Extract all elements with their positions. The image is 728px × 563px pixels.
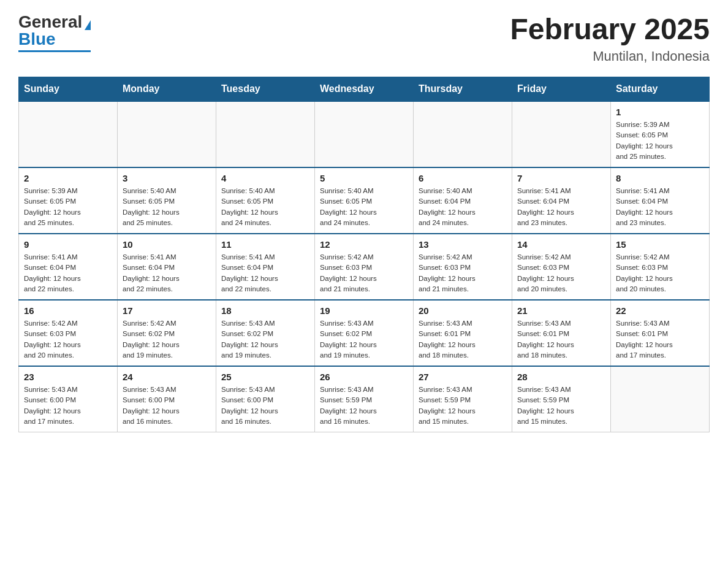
day-number: 2 [24, 173, 112, 183]
calendar-cell [315, 101, 414, 167]
day-info: Sunrise: 5:40 AM Sunset: 6:04 PM Dayligh… [419, 186, 507, 228]
calendar-cell: 13Sunrise: 5:42 AM Sunset: 6:03 PM Dayli… [414, 234, 512, 300]
calendar-cell: 12Sunrise: 5:42 AM Sunset: 6:03 PM Dayli… [315, 234, 414, 300]
calendar-cell [118, 101, 216, 167]
day-number: 23 [24, 372, 112, 382]
day-number: 21 [517, 305, 605, 316]
day-info: Sunrise: 5:42 AM Sunset: 6:02 PM Dayligh… [123, 318, 211, 361]
day-number: 3 [123, 173, 211, 183]
weekday-header-thursday: Thursday [414, 77, 512, 102]
day-info: Sunrise: 5:41 AM Sunset: 6:04 PM Dayligh… [123, 252, 211, 294]
day-number: 27 [419, 372, 507, 382]
day-number: 28 [517, 372, 605, 382]
calendar-cell: 22Sunrise: 5:43 AM Sunset: 6:01 PM Dayli… [611, 300, 710, 366]
weekday-header-friday: Friday [512, 77, 611, 102]
calendar-cell: 23Sunrise: 5:43 AM Sunset: 6:00 PM Dayli… [19, 366, 118, 432]
day-info: Sunrise: 5:43 AM Sunset: 6:01 PM Dayligh… [517, 318, 605, 361]
day-number: 16 [24, 305, 112, 316]
day-number: 13 [419, 239, 507, 250]
logo-underline [18, 50, 91, 52]
day-info: Sunrise: 5:43 AM Sunset: 5:59 PM Dayligh… [419, 385, 507, 427]
day-number: 12 [320, 239, 408, 250]
day-info: Sunrise: 5:41 AM Sunset: 6:04 PM Dayligh… [517, 186, 605, 228]
week-row-3: 9Sunrise: 5:41 AM Sunset: 6:04 PM Daylig… [19, 234, 710, 300]
day-number: 18 [221, 305, 309, 316]
day-number: 1 [616, 107, 704, 117]
calendar-cell: 1Sunrise: 5:39 AM Sunset: 6:05 PM Daylig… [611, 101, 710, 167]
day-info: Sunrise: 5:40 AM Sunset: 6:05 PM Dayligh… [123, 186, 211, 228]
day-number: 11 [221, 239, 309, 250]
day-info: Sunrise: 5:42 AM Sunset: 6:03 PM Dayligh… [419, 252, 507, 294]
day-number: 9 [24, 239, 112, 250]
day-info: Sunrise: 5:43 AM Sunset: 5:59 PM Dayligh… [517, 385, 605, 427]
week-row-2: 2Sunrise: 5:39 AM Sunset: 6:05 PM Daylig… [19, 167, 710, 234]
day-number: 6 [419, 173, 507, 183]
day-number: 22 [616, 305, 704, 316]
calendar-cell: 5Sunrise: 5:40 AM Sunset: 6:05 PM Daylig… [315, 167, 414, 234]
calendar-cell [19, 101, 118, 167]
day-info: Sunrise: 5:43 AM Sunset: 6:00 PM Dayligh… [24, 385, 112, 427]
calendar-cell: 8Sunrise: 5:41 AM Sunset: 6:04 PM Daylig… [611, 167, 710, 234]
day-info: Sunrise: 5:40 AM Sunset: 6:05 PM Dayligh… [320, 186, 408, 228]
day-info: Sunrise: 5:39 AM Sunset: 6:05 PM Dayligh… [24, 186, 112, 228]
calendar-cell: 9Sunrise: 5:41 AM Sunset: 6:04 PM Daylig… [19, 234, 118, 300]
weekday-header-tuesday: Tuesday [216, 77, 315, 102]
week-row-5: 23Sunrise: 5:43 AM Sunset: 6:00 PM Dayli… [19, 366, 710, 432]
calendar-cell: 17Sunrise: 5:42 AM Sunset: 6:02 PM Dayli… [118, 300, 216, 366]
day-info: Sunrise: 5:43 AM Sunset: 5:59 PM Dayligh… [320, 385, 408, 427]
day-info: Sunrise: 5:42 AM Sunset: 6:03 PM Dayligh… [24, 318, 112, 361]
day-number: 17 [123, 305, 211, 316]
location: Muntilan, Indonesia [510, 48, 710, 64]
day-info: Sunrise: 5:42 AM Sunset: 6:03 PM Dayligh… [616, 252, 704, 294]
day-number: 7 [517, 173, 605, 183]
day-info: Sunrise: 5:42 AM Sunset: 6:03 PM Dayligh… [517, 252, 605, 294]
calendar-cell: 28Sunrise: 5:43 AM Sunset: 5:59 PM Dayli… [512, 366, 611, 432]
calendar-cell: 24Sunrise: 5:43 AM Sunset: 6:00 PM Dayli… [118, 366, 216, 432]
day-number: 24 [123, 372, 211, 382]
calendar-cell: 6Sunrise: 5:40 AM Sunset: 6:04 PM Daylig… [414, 167, 512, 234]
day-info: Sunrise: 5:41 AM Sunset: 6:04 PM Dayligh… [24, 252, 112, 294]
calendar-cell [611, 366, 710, 432]
day-number: 25 [221, 372, 309, 382]
logo-blue-text: Blue [18, 29, 56, 49]
calendar-cell: 25Sunrise: 5:43 AM Sunset: 6:00 PM Dayli… [216, 366, 315, 432]
calendar-cell: 27Sunrise: 5:43 AM Sunset: 5:59 PM Dayli… [414, 366, 512, 432]
calendar-cell: 14Sunrise: 5:42 AM Sunset: 6:03 PM Dayli… [512, 234, 611, 300]
calendar-cell: 19Sunrise: 5:43 AM Sunset: 6:02 PM Dayli… [315, 300, 414, 366]
day-number: 15 [616, 239, 704, 250]
day-number: 4 [221, 173, 309, 183]
day-info: Sunrise: 5:39 AM Sunset: 6:05 PM Dayligh… [616, 120, 704, 162]
day-info: Sunrise: 5:43 AM Sunset: 6:00 PM Dayligh… [123, 385, 211, 427]
day-info: Sunrise: 5:40 AM Sunset: 6:05 PM Dayligh… [221, 186, 309, 228]
day-info: Sunrise: 5:43 AM Sunset: 6:01 PM Dayligh… [419, 318, 507, 361]
weekday-header-wednesday: Wednesday [315, 77, 414, 102]
day-number: 8 [616, 173, 704, 183]
weekday-header-row: SundayMondayTuesdayWednesdayThursdayFrid… [19, 77, 710, 102]
month-title: February 2025 [510, 12, 710, 46]
day-number: 26 [320, 372, 408, 382]
day-info: Sunrise: 5:41 AM Sunset: 6:04 PM Dayligh… [616, 186, 704, 228]
page-header: General Blue February 2025 Muntilan, Ind… [18, 12, 710, 64]
calendar-cell [512, 101, 611, 167]
day-number: 10 [123, 239, 211, 250]
calendar-cell: 2Sunrise: 5:39 AM Sunset: 6:05 PM Daylig… [19, 167, 118, 234]
calendar-cell: 10Sunrise: 5:41 AM Sunset: 6:04 PM Dayli… [118, 234, 216, 300]
calendar-cell: 20Sunrise: 5:43 AM Sunset: 6:01 PM Dayli… [414, 300, 512, 366]
calendar-cell: 18Sunrise: 5:43 AM Sunset: 6:02 PM Dayli… [216, 300, 315, 366]
calendar-table: SundayMondayTuesdayWednesdayThursdayFrid… [18, 77, 710, 432]
day-number: 5 [320, 173, 408, 183]
week-row-1: 1Sunrise: 5:39 AM Sunset: 6:05 PM Daylig… [19, 101, 710, 167]
calendar-cell: 3Sunrise: 5:40 AM Sunset: 6:05 PM Daylig… [118, 167, 216, 234]
weekday-header-saturday: Saturday [611, 77, 710, 102]
calendar-cell: 4Sunrise: 5:40 AM Sunset: 6:05 PM Daylig… [216, 167, 315, 234]
calendar-cell: 16Sunrise: 5:42 AM Sunset: 6:03 PM Dayli… [19, 300, 118, 366]
week-row-4: 16Sunrise: 5:42 AM Sunset: 6:03 PM Dayli… [19, 300, 710, 366]
logo: General Blue [18, 12, 91, 52]
calendar-cell: 15Sunrise: 5:42 AM Sunset: 6:03 PM Dayli… [611, 234, 710, 300]
day-info: Sunrise: 5:43 AM Sunset: 6:02 PM Dayligh… [221, 318, 309, 361]
logo-triangle-icon [85, 20, 91, 30]
calendar-cell [216, 101, 315, 167]
calendar-cell: 7Sunrise: 5:41 AM Sunset: 6:04 PM Daylig… [512, 167, 611, 234]
day-info: Sunrise: 5:41 AM Sunset: 6:04 PM Dayligh… [221, 252, 309, 294]
day-number: 20 [419, 305, 507, 316]
